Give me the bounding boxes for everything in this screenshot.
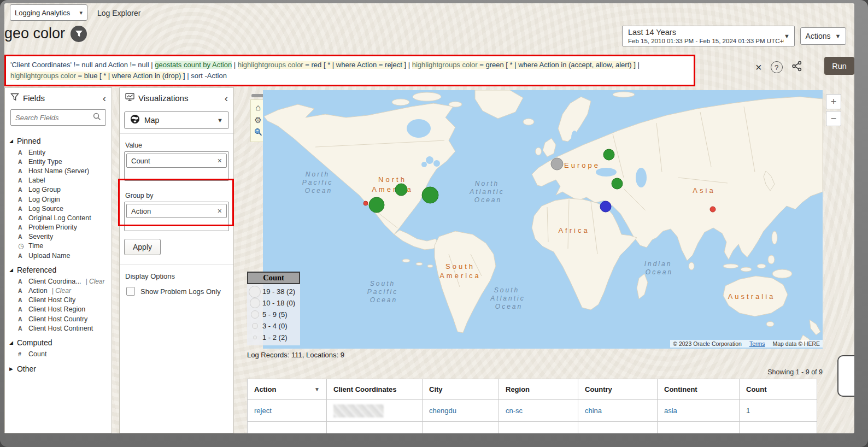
field-label: Log Group xyxy=(28,186,61,193)
query-segment: highlightgroups color xyxy=(10,72,76,80)
run-button[interactable]: Run xyxy=(824,57,854,75)
field-item-time[interactable]: ◷Time xyxy=(5,242,112,251)
remove-group-by-icon[interactable]: × xyxy=(218,207,222,215)
clock-icon: ◷ xyxy=(18,242,24,250)
legend-item[interactable]: 10 - 18 (0) xyxy=(247,297,300,309)
show-problem-logs-checkbox[interactable] xyxy=(126,287,135,296)
field-item-client-host-country[interactable]: AClient Host Country xyxy=(5,314,112,324)
column-header-continent[interactable]: Continent xyxy=(658,379,740,400)
world-map[interactable]: NorthPacificOceanNorthAtlanticOceanSouth… xyxy=(263,90,823,349)
zoom-to-fit-icon[interactable] xyxy=(254,128,263,139)
map-point-green[interactable] xyxy=(612,178,623,189)
group-by-chip[interactable]: Action × xyxy=(126,204,227,218)
results-table: Action▼Client CoordinatesCityRegionCount… xyxy=(247,379,817,433)
home-icon[interactable]: ⌂ xyxy=(255,103,261,113)
terms-link[interactable]: Terms xyxy=(749,340,765,347)
cell-link[interactable]: reject xyxy=(254,407,272,415)
time-range-picker[interactable]: Last 14 Years Feb 15, 2010 01:33 PM - Fe… xyxy=(622,26,795,46)
fields-search-input[interactable] xyxy=(15,114,90,122)
cell-link[interactable]: china xyxy=(585,407,602,415)
legend-item[interactable]: 19 - 38 (2) xyxy=(247,286,300,297)
field-item-problem-priority[interactable]: AProblem Priority xyxy=(5,223,112,232)
field-item-client-host-region[interactable]: AClient Host Region xyxy=(5,305,112,314)
field-item-entity[interactable]: AEntity xyxy=(5,148,112,157)
actions-button[interactable]: Actions ▼ xyxy=(800,27,846,45)
field-item-host-name-server[interactable]: AHost Name (Server) xyxy=(5,166,112,175)
remove-value-icon[interactable]: × xyxy=(218,156,222,165)
map-point-red[interactable] xyxy=(363,201,368,205)
field-item-count[interactable]: #Count xyxy=(5,349,112,358)
value-chip-box[interactable]: Count × xyxy=(124,151,229,181)
map-point-blue[interactable] xyxy=(600,201,611,212)
field-item-original-log-content[interactable]: AOriginal Log Content xyxy=(5,213,112,222)
field-item-entity-type[interactable]: AEntity Type xyxy=(5,157,112,166)
clear-query-icon[interactable]: × xyxy=(755,62,762,73)
fields-section-computed[interactable]: ◢Computed xyxy=(5,333,112,349)
ocean-label: South xyxy=(494,286,519,294)
field-item-log-group[interactable]: ALog Group xyxy=(5,185,112,195)
map-zoom-in-button[interactable]: + xyxy=(826,94,841,109)
field-item-client-coordina[interactable]: AClient Coordina... | Clear xyxy=(5,277,112,286)
fields-section-other[interactable]: ▶Other xyxy=(5,359,112,375)
query-segment: geostats count by Action xyxy=(155,61,232,69)
field-item-client-host-city[interactable]: AClient Host City xyxy=(5,296,112,305)
query-segment: | xyxy=(636,61,642,69)
clear-field-link[interactable]: | Clear xyxy=(52,287,71,295)
filter-icon[interactable] xyxy=(71,26,87,42)
field-item-client-host-continent[interactable]: AClient Host Continent xyxy=(5,324,112,333)
collapsed-panel-handle[interactable] xyxy=(837,355,854,397)
field-item-log-source[interactable]: ALog Source xyxy=(5,204,112,213)
value-chip[interactable]: Count × xyxy=(126,154,227,168)
map-point-gray[interactable] xyxy=(551,158,563,170)
time-range-detail: Feb 15, 2010 01:33 PM - Feb 15, 2024 01:… xyxy=(628,37,784,45)
share-icon[interactable] xyxy=(791,61,802,74)
clear-field-link[interactable]: | Clear xyxy=(86,278,105,285)
map-point-red[interactable] xyxy=(710,207,715,212)
section-label: Other xyxy=(17,364,36,373)
collapse-visualizations-icon[interactable]: ‹ xyxy=(225,93,228,103)
map-point-green[interactable] xyxy=(395,184,407,196)
field-label: Action xyxy=(28,287,48,295)
field-item-action[interactable]: AAction | Clear xyxy=(5,286,112,295)
cell-link[interactable]: chengdu xyxy=(429,407,456,415)
fields-section-pinned[interactable]: ◢Pinned xyxy=(5,131,112,148)
section-label: Referenced xyxy=(17,266,56,274)
legend-item[interactable]: 1 - 2 (2) xyxy=(247,332,300,343)
value-chip-label: Count xyxy=(131,157,218,165)
section-label: Computed xyxy=(17,338,52,347)
query-text: 'Client Coordinates' != null and Action … xyxy=(10,61,641,80)
column-label: City xyxy=(429,385,492,393)
column-header-region[interactable]: Region xyxy=(499,379,578,400)
sort-dropdown-icon[interactable]: ▼ xyxy=(314,386,320,392)
help-icon[interactable]: ? xyxy=(771,61,783,73)
map-point-green[interactable] xyxy=(369,197,384,213)
group-by-chip-box[interactable]: Action × xyxy=(124,202,229,231)
gear-icon[interactable]: ⚙ xyxy=(254,116,261,125)
column-header-action[interactable]: Action▼ xyxy=(248,379,327,400)
fields-section-referenced[interactable]: ◢Referenced xyxy=(5,260,112,277)
legend-item[interactable]: 5 - 9 (5) xyxy=(247,309,300,320)
chart-type-select[interactable]: Map ▼ xyxy=(124,111,229,129)
cell-link[interactable]: asia xyxy=(664,407,677,415)
field-item-label[interactable]: ALabel xyxy=(5,176,112,185)
column-header-city[interactable]: City xyxy=(423,379,499,400)
collapse-fields-icon[interactable]: ‹ xyxy=(103,93,106,103)
divider xyxy=(120,264,233,264)
map-point-green[interactable] xyxy=(603,149,614,160)
column-header-country[interactable]: Country xyxy=(578,379,658,400)
fields-search xyxy=(10,109,106,126)
legend-item[interactable]: 3 - 4 (0) xyxy=(247,320,300,332)
field-item-log-origin[interactable]: ALog Origin xyxy=(5,195,112,204)
map-zoom-out-button[interactable]: − xyxy=(826,111,841,126)
query-input[interactable]: 'Client Coordinates' != null and Action … xyxy=(4,55,695,86)
map-point-green[interactable] xyxy=(422,187,438,203)
apply-button[interactable]: Apply xyxy=(124,239,161,255)
column-header-client-coordinates[interactable]: Client Coordinates xyxy=(327,379,423,400)
column-header-count[interactable]: Count xyxy=(740,379,817,400)
field-item-severity[interactable]: ASeverity xyxy=(5,232,112,242)
value-label: Value xyxy=(120,138,233,151)
cell-link[interactable]: cn-sc xyxy=(506,407,523,415)
app-selector-dropdown[interactable]: Logging Analytics ▾ xyxy=(10,4,87,21)
field-item-upload-name[interactable]: AUpload Name xyxy=(5,251,112,260)
divider xyxy=(120,133,233,134)
